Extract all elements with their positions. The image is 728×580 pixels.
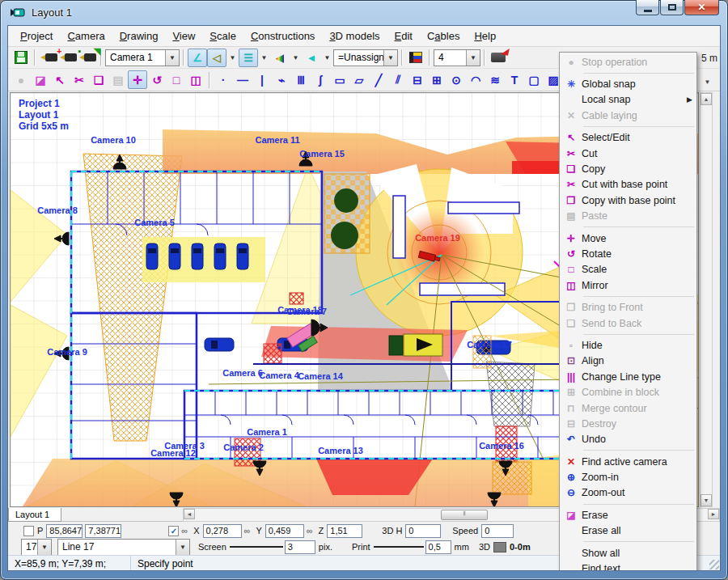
vertical-scrollbar[interactable]: ▲ ▼ xyxy=(700,92,713,507)
scroll-left-button[interactable]: ◄ xyxy=(184,509,195,519)
polyline-tool[interactable]: ⌁ xyxy=(272,70,291,89)
camera-label[interactable]: Camera 17 xyxy=(467,340,512,349)
menu-item-zoom-out[interactable]: ⊖Zoom-out xyxy=(561,485,696,501)
chevron-down-icon[interactable]: ▼ xyxy=(37,540,51,555)
eraser-button[interactable]: ◪ xyxy=(31,70,50,89)
menu-project[interactable]: Project xyxy=(13,27,60,45)
arc-tool[interactable]: ◠ xyxy=(466,70,485,89)
toolbar-overflow-button[interactable]: ▼ xyxy=(701,76,713,87)
lock-checkbox[interactable]: ✓ xyxy=(168,526,179,536)
menu-item-mirror[interactable]: ◫Mirror xyxy=(561,277,696,293)
menu-item-global-snap[interactable]: ✳Global snap xyxy=(561,76,696,91)
camera-select[interactable]: Camera 1 ▼ xyxy=(105,49,180,66)
menu-item-change-line-type[interactable]: |||Change Line type xyxy=(561,369,696,384)
camera-label[interactable]: Camera 9 xyxy=(47,347,87,357)
menu-help[interactable]: Help xyxy=(467,27,503,45)
link-z-icon[interactable]: ∞ xyxy=(307,526,313,536)
link-x-icon[interactable]: ∞ xyxy=(181,526,188,536)
p-x-field[interactable]: 85,8647 xyxy=(46,524,83,538)
grid-view-dropdown[interactable]: ▼ xyxy=(258,49,270,66)
view-area-dropdown[interactable]: ▼ xyxy=(290,49,302,66)
curve-tool[interactable]: ʃ xyxy=(311,70,330,89)
side-view-button[interactable]: ◁ xyxy=(207,49,226,67)
x-field[interactable]: 0,278 xyxy=(203,524,242,538)
menu-item-local-snap[interactable]: Local snap▶ xyxy=(561,92,696,108)
chevron-down-icon[interactable]: ▼ xyxy=(165,50,179,66)
line-tool[interactable]: — xyxy=(233,70,252,89)
menu-item-select-edit[interactable]: ↖Select/Edit xyxy=(561,130,696,146)
scale-button[interactable]: □ xyxy=(167,70,186,89)
line-number-select[interactable]: 17 ▼ xyxy=(21,539,52,556)
menu-item-erase[interactable]: ◪Erase xyxy=(561,507,696,523)
menu-item-erase-all[interactable]: Erase all xyxy=(561,523,696,539)
menu-constructions[interactable]: Constructions xyxy=(243,27,322,45)
grid-view-button[interactable]: ☰ xyxy=(239,49,258,67)
paste-button[interactable]: ▤ xyxy=(108,70,128,89)
camera-label[interactable]: Camera 4 xyxy=(259,370,299,380)
wall-tool[interactable]: ⫽ xyxy=(388,70,408,89)
y-field[interactable]: 0,459 xyxy=(265,524,304,538)
camera-label[interactable]: Camera 5 xyxy=(134,218,175,227)
camera-label[interactable]: Camera 8 xyxy=(37,205,78,215)
line-name-select[interactable]: Line 17 ▼ xyxy=(57,539,190,556)
chevron-down-icon[interactable]: ▼ xyxy=(383,50,397,66)
minimize-button[interactable] xyxy=(636,0,659,15)
menu-item-scale[interactable]: □Scale xyxy=(561,262,696,277)
point-tool[interactable]: · xyxy=(214,70,233,89)
menu-camera[interactable]: Camera xyxy=(60,27,112,45)
cable-colors-button[interactable] xyxy=(406,49,425,67)
scrollbar-thumb[interactable]: ⦀ xyxy=(441,510,488,520)
menu-item-zoom-in[interactable]: ⊕Zoom-in xyxy=(561,469,696,485)
p-y-field[interactable]: 7,38771 xyxy=(85,524,121,538)
menu-drawing[interactable]: Drawing xyxy=(112,27,166,45)
rectangle-tool[interactable]: ▭ xyxy=(330,70,349,89)
select-edit-button[interactable]: ↖ xyxy=(50,70,70,89)
line-width-select[interactable]: 4 ▼ xyxy=(434,49,480,66)
print-field[interactable]: 0,5 xyxy=(425,540,451,554)
column-tool[interactable]: ⊙ xyxy=(447,70,466,89)
menu-cables[interactable]: Cables xyxy=(420,27,467,45)
3d-color-swatch[interactable] xyxy=(493,542,506,552)
screen-field[interactable]: 3 xyxy=(285,540,315,554)
copy-button[interactable]: ❏ xyxy=(89,70,108,89)
camera-label[interactable]: Camera 15 xyxy=(299,149,345,159)
title-bar[interactable]: Layout 1 ✕ xyxy=(1,1,727,25)
view-angle-button[interactable]: ∠ xyxy=(188,49,207,67)
camera-label[interactable]: Camera 10 xyxy=(91,135,136,145)
cut-button[interactable]: ✂ xyxy=(70,70,89,89)
camera-label[interactable]: Camera 13 xyxy=(318,446,363,455)
speed-field[interactable]: 0 xyxy=(481,524,514,538)
menu-item-copy[interactable]: ❏Copy xyxy=(561,161,696,176)
link-y-icon[interactable]: ∞ xyxy=(244,526,251,536)
maximize-button[interactable] xyxy=(660,0,684,15)
menu-item-align[interactable]: ⊡Align xyxy=(561,354,696,369)
save-button[interactable] xyxy=(11,49,31,67)
camera-label[interactable]: Camera 12 xyxy=(150,448,196,458)
scroll-down-button[interactable]: ▼ xyxy=(700,494,712,506)
view-area-button[interactable]: ◀ xyxy=(270,49,290,67)
resize-grip[interactable] xyxy=(709,560,719,569)
camera-label[interactable]: Camera 14 xyxy=(298,371,344,381)
side-view-dropdown[interactable]: ▼ xyxy=(226,49,239,66)
screen-slider[interactable] xyxy=(230,546,283,548)
3d-h-field[interactable]: 0 xyxy=(405,524,441,538)
menu-item-find-text[interactable]: Find text xyxy=(561,561,696,571)
menu-3d-models[interactable]: 3D models xyxy=(322,27,387,45)
save-camera-button[interactable]: ▪ xyxy=(58,49,78,67)
door-tool[interactable]: ⊞ xyxy=(427,70,447,89)
camera-label[interactable]: Camera 7 xyxy=(286,307,327,316)
menu-item-move[interactable]: ✛Move xyxy=(561,231,696,246)
layout-tab[interactable]: Layout 1 xyxy=(8,508,61,522)
chevron-down-icon[interactable]: ▼ xyxy=(466,50,480,66)
chevron-down-icon[interactable]: ▼ xyxy=(176,540,189,555)
monitor-view-dropdown[interactable]: ▼ xyxy=(321,49,333,66)
move-button[interactable]: ✛ xyxy=(128,70,147,89)
parallelogram-tool[interactable]: ▱ xyxy=(349,70,369,89)
menu-item-cut-with-base-point[interactable]: ✂Cut with base point xyxy=(561,177,696,193)
rotate-button[interactable]: ↺ xyxy=(147,70,167,89)
segment-tool[interactable]: ╱ xyxy=(369,70,388,89)
load-camera-button[interactable]: ◥ xyxy=(78,49,97,67)
vertical-line-tool[interactable]: | xyxy=(252,70,272,89)
add-camera-button[interactable]: + xyxy=(39,49,58,67)
menu-item-show-all[interactable]: Show all xyxy=(561,545,696,561)
